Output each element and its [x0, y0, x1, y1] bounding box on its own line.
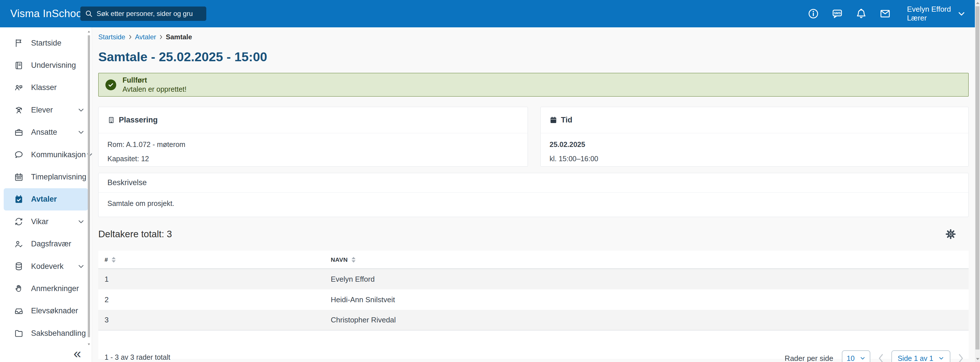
- success-alert: Fullført Avtalen er opprettet!: [98, 73, 969, 97]
- time-card-body: 25.02.2025 kl. 15:00–16:00: [541, 133, 968, 163]
- student-icon: [14, 105, 24, 115]
- sidebar-item-vikar[interactable]: Vikar: [0, 211, 92, 233]
- description-card-body: Samtale om prosjekt.: [99, 192, 968, 208]
- refresh-icon: [14, 216, 24, 227]
- row-name-cell: Christopher Rivedal: [331, 316, 969, 324]
- previous-page-icon[interactable]: [878, 354, 884, 362]
- table-row[interactable]: 3 Christopher Rivedal: [98, 310, 969, 330]
- sidebar-item-label: Avtaler: [31, 195, 57, 204]
- sidebar-item-label: Elevsøknader: [31, 306, 78, 315]
- sidebar-nav: Startside Undervisning: [0, 27, 92, 345]
- column-header-name[interactable]: NAVN: [331, 256, 348, 263]
- calendar-check-icon: [14, 194, 24, 205]
- participants-heading: Deltakere totalt: 3: [98, 229, 172, 240]
- scroll-up-icon[interactable]: [88, 31, 90, 32]
- sidebar-item-label: Timeplanvisning: [31, 173, 86, 181]
- hand-icon: [14, 283, 24, 294]
- row-index-cell: 2: [98, 295, 331, 304]
- window-scrollbar[interactable]: [975, 0, 980, 362]
- row-index-cell: 3: [98, 316, 331, 324]
- sidebar-item-dagsfravaer[interactable]: Dagsfravær: [0, 233, 92, 255]
- sidebar-item-klasser[interactable]: Klasser: [0, 76, 92, 99]
- sort-icon[interactable]: [352, 257, 356, 263]
- chevron-right-icon: [159, 35, 163, 40]
- rows-per-page-value: 10: [847, 354, 855, 362]
- alert-text: Fullført Avtalen er opprettet!: [123, 76, 186, 94]
- sidebar-item-label: Kommunikasjon: [31, 150, 86, 159]
- row-name-cell: Evelyn Efford: [331, 275, 969, 284]
- check-circle-icon: [105, 79, 116, 90]
- time-card: Tid 25.02.2025 kl. 15:00–16:00: [541, 107, 969, 167]
- window-scrollbar-thumb[interactable]: [975, 6, 980, 349]
- app-window: Visma InSchool SMS: [0, 0, 980, 362]
- sidebar-scrollbar-thumb[interactable]: [88, 35, 90, 337]
- sidebar-item-timeplanvisning[interactable]: Timeplanvisning: [0, 166, 92, 188]
- gear-icon[interactable]: [945, 228, 957, 240]
- location-card: Plassering Rom: A.1.072 - møterom Kapasi…: [98, 107, 528, 167]
- info-cards-row: Plassering Rom: A.1.072 - møterom Kapasi…: [98, 107, 969, 167]
- rows-per-page-select[interactable]: 10: [842, 350, 870, 362]
- flag-icon: [14, 38, 24, 48]
- participants-header-row: Deltakere totalt: 3: [98, 227, 969, 241]
- description-value: Samtale om prosjekt.: [107, 199, 959, 208]
- sidebar-collapse-button[interactable]: «: [73, 347, 81, 360]
- sidebar-item-kodeverk[interactable]: Kodeverk: [0, 255, 92, 278]
- page-select-value: Side 1 av 1: [898, 354, 933, 362]
- scroll-up-icon[interactable]: [976, 2, 980, 4]
- app-logo: Visma InSchool: [10, 0, 84, 27]
- sidebar-scrollbar[interactable]: [88, 29, 90, 347]
- sidebar-item-undervisning[interactable]: Undervisning: [0, 54, 92, 76]
- chevron-down-icon: [77, 263, 85, 270]
- description-card-title: Beskrivelse: [107, 178, 147, 187]
- bell-icon[interactable]: [855, 8, 867, 20]
- info-icon[interactable]: [807, 8, 819, 20]
- calendar-icon: [14, 172, 24, 182]
- search-input[interactable]: [97, 10, 202, 17]
- chevron-down-icon: [77, 129, 85, 136]
- breadcrumb-current: Samtale: [166, 33, 192, 41]
- row-index-cell: 1: [98, 275, 331, 284]
- column-header-index[interactable]: #: [105, 256, 108, 263]
- sidebar-item-startside[interactable]: Startside: [0, 32, 92, 54]
- table-header-row: # NAVN: [98, 251, 969, 269]
- sidebar-item-saksbehandling[interactable]: Saksbehandling: [0, 322, 92, 345]
- user-menu[interactable]: Evelyn Efford Lærer: [907, 5, 966, 22]
- sidebar-item-elevsoknader[interactable]: Elevsøknader: [0, 300, 92, 322]
- room-value: Rom: A.1.072 - møterom: [107, 140, 519, 149]
- participants-table: # NAVN 1 Evelyn Efford 2 Heidi-Ann Snils…: [98, 251, 969, 359]
- calendar-icon: [550, 116, 557, 124]
- rows-summary: 1 - 3 av 3 rader totalt: [105, 353, 170, 362]
- svg-text:SMS: SMS: [834, 11, 841, 15]
- global-search[interactable]: [80, 6, 206, 21]
- scroll-down-icon[interactable]: [976, 358, 980, 360]
- rows-per-page-label: Rader per side: [784, 354, 833, 362]
- sidebar-item-kommunikasjon[interactable]: Kommunikasjon: [0, 144, 92, 166]
- chevron-right-icon: [129, 35, 132, 40]
- pagination-controls: Rader per side 10 Side 1 av 1: [784, 350, 964, 362]
- location-card-title: Plassering: [119, 116, 158, 124]
- sidebar-item-elever[interactable]: Elever: [0, 99, 92, 121]
- sidebar-item-label: Kodeverk: [31, 262, 64, 271]
- sms-icon[interactable]: SMS: [831, 8, 843, 20]
- page-select[interactable]: Side 1 av 1: [891, 350, 950, 362]
- time-card-header: Tid: [541, 107, 968, 133]
- next-page-icon[interactable]: [958, 354, 964, 362]
- chevron-down-icon: [860, 356, 865, 361]
- table-row[interactable]: 2 Heidi-Ann Snilstveit: [98, 289, 969, 310]
- breadcrumb-link-startside[interactable]: Startside: [98, 33, 125, 41]
- row-name-cell: Heidi-Ann Snilstveit: [331, 295, 969, 304]
- mail-icon[interactable]: [879, 8, 891, 20]
- sidebar-item-anmerkninger[interactable]: Anmerkninger: [0, 278, 92, 300]
- sidebar-item-ansatte[interactable]: Ansatte: [0, 121, 92, 144]
- chevron-down-icon: [939, 356, 944, 361]
- breadcrumb-link-avtaler[interactable]: Avtaler: [135, 33, 156, 41]
- sort-icon[interactable]: [112, 257, 116, 263]
- database-icon: [14, 261, 24, 272]
- date-value: 25.02.2025: [550, 140, 959, 149]
- scroll-down-icon[interactable]: [88, 343, 90, 345]
- sidebar-item-label: Startside: [31, 39, 62, 48]
- table-row[interactable]: 1 Evelyn Efford: [98, 269, 969, 289]
- sidebar-item-avtaler[interactable]: Avtaler: [4, 188, 88, 211]
- breadcrumb: Startside Avtaler Samtale: [98, 33, 969, 41]
- topbar: Visma InSchool SMS: [0, 0, 980, 27]
